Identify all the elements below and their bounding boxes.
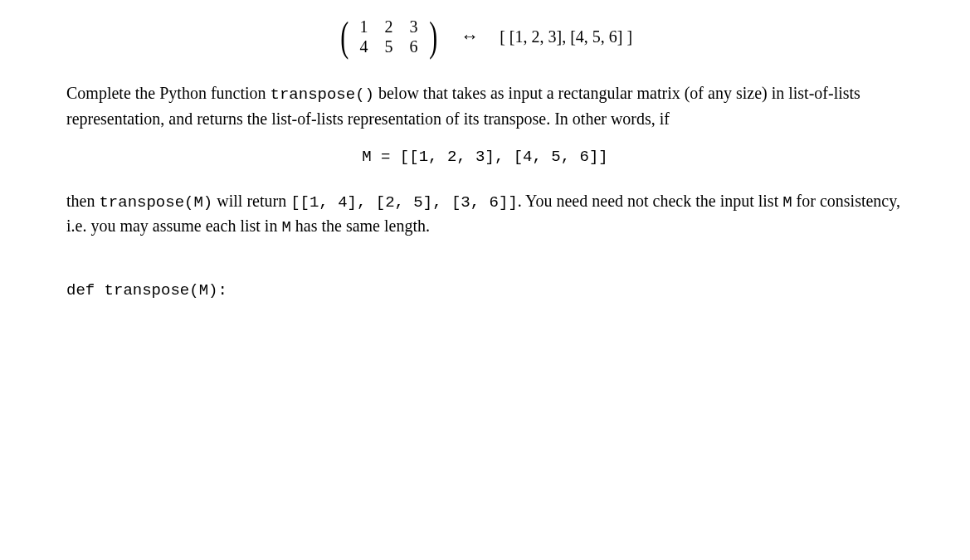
matrix-cell: 1 — [352, 17, 377, 37]
matrix-cell: 3 — [402, 17, 427, 37]
code-example: M = [[1, 2, 3], [4, 5, 6]] — [66, 148, 904, 166]
inline-code: transpose() — [271, 85, 374, 104]
inline-code: M — [281, 218, 290, 236]
paragraph-2: then transpose(M) will return [[1, 4], [… — [66, 189, 904, 240]
matrix-cell: 2 — [377, 17, 402, 37]
text: Complete the Python function — [66, 84, 271, 102]
left-paren-icon: ( — [340, 17, 349, 56]
matrix-cell: 4 — [352, 37, 377, 56]
inline-code: [[1, 4], [2, 5], [3, 6]] — [290, 193, 518, 212]
matrix-display: ( 1 2 3 4 5 6 ) — [338, 17, 440, 56]
inline-code: transpose(M) — [99, 193, 212, 212]
text: then — [66, 192, 99, 210]
function-definition: def transpose(M): — [66, 281, 904, 299]
matrix-equivalence-row: ( 1 2 3 4 5 6 ) ↔ [ [1, 2, 3], [4 — [66, 17, 904, 56]
matrix-cell: 6 — [402, 37, 427, 56]
text: has the same length. — [291, 217, 430, 235]
list-representation: [ [1, 2, 3], [4, 5, 6] ] — [500, 27, 632, 46]
document-body: ( 1 2 3 4 5 6 ) ↔ [ [1, 2, 3], [4 — [0, 0, 970, 333]
inline-code: M — [782, 193, 792, 212]
matrix-cell: 5 — [377, 37, 402, 56]
text: . You need need not check the input list — [518, 192, 782, 210]
double-arrow-icon: ↔ — [461, 26, 479, 47]
text: will return — [212, 192, 290, 210]
paragraph-1: Complete the Python function transpose()… — [66, 81, 904, 131]
right-paren-icon: ) — [429, 17, 437, 56]
